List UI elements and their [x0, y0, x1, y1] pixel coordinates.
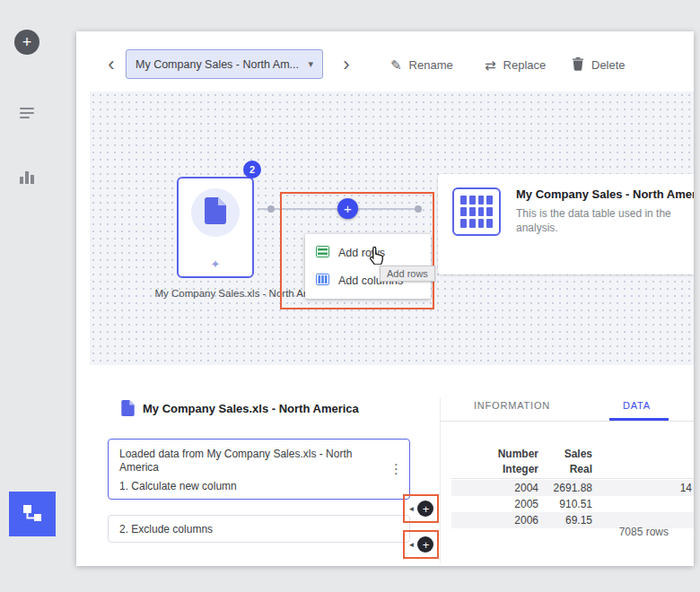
- output-node-title: My Company Sales - North America: [516, 187, 694, 201]
- plus-icon: +: [423, 538, 430, 552]
- step-loaded-data-text: Loaded data from My Company Sales.xls - …: [119, 448, 384, 474]
- source-node-avatar: [191, 188, 240, 237]
- connector-port-right: [415, 205, 422, 213]
- sidebar-item-data[interactable]: [17, 104, 37, 124]
- insert-step-button-1[interactable]: +: [417, 501, 433, 517]
- details-divider: [440, 397, 441, 563]
- file-icon: [205, 197, 226, 228]
- add-rows-icon: [316, 246, 329, 260]
- table-row: 2004 2691.88 14: [451, 480, 694, 496]
- sidebar-item-data-canvas[interactable]: [9, 492, 56, 536]
- next-dataset-button[interactable]: ›: [336, 51, 357, 78]
- plus-icon: +: [344, 201, 352, 216]
- connector-port-left: [267, 205, 275, 213]
- page: +: [0, 0, 700, 592]
- cursor-pointer-icon: [367, 245, 387, 268]
- data-preview-table: Number Sales Integer Real 2004 2691.88 1…: [451, 446, 694, 528]
- previous-dataset-button[interactable]: ‹: [101, 51, 122, 78]
- tab-data[interactable]: DATA: [623, 400, 651, 411]
- source-data-node[interactable]: ✦: [177, 177, 254, 278]
- rename-button[interactable]: ✎ Rename: [390, 55, 453, 74]
- ellipsis-vertical-icon: ⋮: [389, 461, 403, 476]
- tab-strip-divider: [440, 421, 694, 422]
- step-exclude-columns-label: 2. Exclude columns: [119, 523, 213, 535]
- plus-icon: +: [22, 33, 32, 52]
- sidebar-item-visualizations[interactable]: [17, 168, 37, 187]
- table-cell: 2005: [451, 498, 538, 510]
- column-type: Real: [538, 463, 592, 475]
- dataset-selector[interactable]: My Company Sales - North Am... ▾: [126, 49, 323, 79]
- rename-label: Rename: [409, 58, 453, 72]
- table-header-block: Number Sales Integer Real: [451, 446, 694, 479]
- chevron-down-icon: ▾: [308, 58, 313, 70]
- file-icon: [121, 400, 135, 420]
- delete-label: Delete: [591, 58, 626, 72]
- step-count-badge: 2: [243, 161, 261, 178]
- output-node-description: This is the data table used in the analy…: [516, 206, 676, 235]
- step-options-button[interactable]: ⋮: [389, 461, 403, 477]
- table-cell: 2006: [451, 514, 538, 527]
- column-header: Number: [451, 448, 538, 460]
- row-count: 7085 rows: [561, 526, 669, 538]
- column-type: Integer: [451, 463, 538, 475]
- trash-icon: [572, 57, 584, 74]
- tooltip: Add rows: [380, 266, 435, 282]
- delete-button[interactable]: Delete: [572, 55, 626, 74]
- step-loaded-data[interactable]: Loaded data from My Company Sales.xls - …: [108, 439, 410, 500]
- chevron-left-icon: ‹: [108, 53, 114, 76]
- table-header-names: Number Sales: [451, 446, 694, 461]
- data-canvas-icon: [21, 501, 44, 527]
- replace-button[interactable]: ⇄ Replace: [485, 55, 546, 74]
- canvas[interactable]: ✦ 2 My Company Sales.xls - North Am +: [90, 91, 694, 365]
- chevron-right-icon: ›: [343, 53, 349, 76]
- output-table-node[interactable]: My Company Sales - North America This is…: [438, 174, 694, 274]
- dataset-title: My Company Sales.xls - North America: [143, 402, 359, 415]
- step-calculate-column-label: 1. Calculate new column: [119, 480, 384, 493]
- data-canvas-panel: ‹ My Company Sales - North Am... ▾ › ✎ R…: [76, 31, 694, 566]
- triangle-left-icon: ◄: [408, 505, 416, 513]
- swap-icon: ⇄: [485, 58, 496, 72]
- table-header-types: Integer Real: [451, 461, 694, 476]
- add-columns-icon: [316, 274, 329, 288]
- column-header: Sales: [538, 448, 592, 460]
- data-list-icon: [17, 103, 37, 126]
- output-node-text: My Company Sales - North America This is…: [516, 187, 694, 261]
- pencil-icon: ✎: [390, 58, 402, 72]
- plus-icon: +: [423, 502, 430, 516]
- replace-label: Replace: [503, 58, 547, 72]
- insert-step-button-2[interactable]: +: [417, 536, 433, 553]
- new-item-button[interactable]: +: [14, 30, 39, 55]
- table-cell: 2691.88: [538, 482, 592, 494]
- step-exclude-columns[interactable]: 2. Exclude columns: [108, 515, 410, 543]
- table-cell: 14: [592, 482, 692, 494]
- bar-chart-icon: [17, 167, 37, 189]
- transformations-icon: ✦: [211, 257, 221, 271]
- table-row: 2005 910.51: [451, 496, 694, 512]
- add-transformation-button[interactable]: +: [337, 198, 358, 219]
- tab-information[interactable]: INFORMATION: [474, 400, 550, 411]
- table-icon: [452, 187, 501, 236]
- dataset-selector-label: My Company Sales - North Am...: [136, 58, 299, 71]
- table-cell: 2004: [451, 482, 538, 494]
- table-cell: 69.15: [538, 514, 592, 527]
- table-cell: 910.51: [538, 498, 592, 510]
